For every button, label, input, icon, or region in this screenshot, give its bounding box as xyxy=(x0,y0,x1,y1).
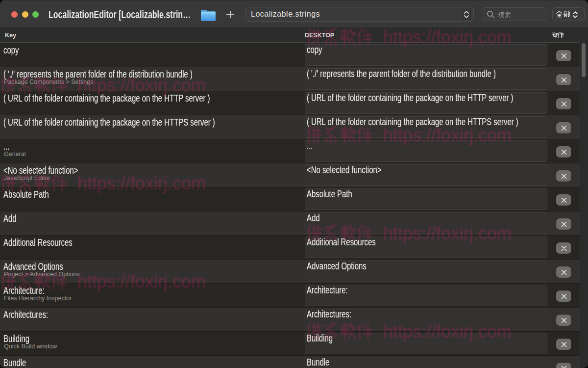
svg-text:https://foxirj.com: https://foxirj.com xyxy=(77,271,206,291)
svg-text:https://foxirj.com: https://foxirj.com xyxy=(77,75,206,95)
svg-text:https://foxirj.com: https://foxirj.com xyxy=(383,321,512,342)
svg-text:https://foxirj.com: https://foxirj.com xyxy=(77,173,206,193)
svg-text:https://foxirj.com: https://foxirj.com xyxy=(383,223,512,243)
svg-text:https://foxirj.com: https://foxirj.com xyxy=(383,125,512,145)
svg-text:https://foxirj.com: https://foxirj.com xyxy=(383,27,512,47)
